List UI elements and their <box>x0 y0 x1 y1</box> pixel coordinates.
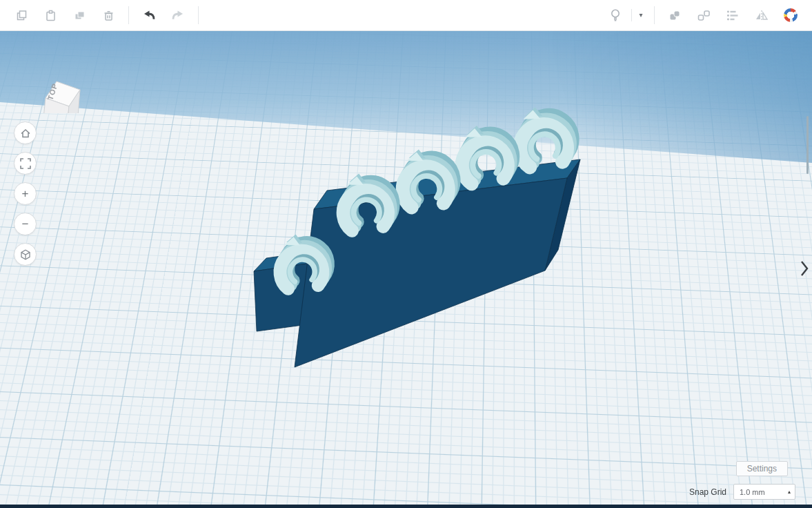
toolbar-separator <box>128 6 129 24</box>
perspective-cube-icon <box>19 248 32 261</box>
model-3d <box>0 0 812 508</box>
zoom-out-button[interactable]: − <box>14 213 37 235</box>
home-view-button[interactable] <box>14 121 37 144</box>
ungroup-button[interactable] <box>689 2 718 28</box>
toolbar-separator <box>198 6 199 24</box>
scrollbar-thumb[interactable] <box>806 116 809 174</box>
toolbar-separator <box>631 9 632 21</box>
delete-button[interactable] <box>94 2 123 28</box>
redo-icon <box>171 9 185 21</box>
paste-button[interactable] <box>36 2 65 28</box>
copy-icon <box>15 9 28 22</box>
settings-button[interactable]: Settings <box>736 461 788 476</box>
snap-grid-control: Snap Grid 1.0 mm ▴ <box>689 484 795 500</box>
light-dropdown-button[interactable]: ▾ <box>633 2 648 28</box>
color-ring-icon <box>784 8 798 22</box>
lightbulb-icon <box>608 8 622 22</box>
view-cube[interactable]: TOP LEFT <box>11 37 87 113</box>
view-controls: + − <box>14 121 37 266</box>
snap-grid-caret-icon: ▴ <box>788 489 791 495</box>
ungroup-icon <box>697 9 711 22</box>
trash-icon <box>102 9 115 22</box>
undo-button[interactable] <box>135 2 164 28</box>
align-button[interactable] <box>718 2 747 28</box>
undo-icon <box>142 9 156 21</box>
group-button[interactable] <box>660 2 689 28</box>
zoom-out-label: − <box>22 217 29 231</box>
perspective-toggle-button[interactable] <box>14 243 37 266</box>
home-icon <box>19 127 32 139</box>
fit-view-icon <box>19 157 32 170</box>
copy-button[interactable] <box>7 2 36 28</box>
fit-view-button[interactable] <box>14 152 37 175</box>
tinkercad-editor-window: { "view_cube": { "top_label": "TOP", "le… <box>0 0 812 508</box>
top-toolbar: ▾ <box>0 0 812 31</box>
settings-button-label: Settings <box>747 464 777 473</box>
snap-grid-select[interactable]: 1.0 mm ▴ <box>733 484 795 500</box>
bottom-edge-bar <box>0 505 812 508</box>
zoom-in-button[interactable]: + <box>14 182 37 205</box>
adjust-light-button[interactable] <box>601 2 630 28</box>
duplicate-button[interactable] <box>65 2 94 28</box>
snap-grid-value: 1.0 mm <box>740 488 765 496</box>
color-modes-button[interactable] <box>776 2 805 28</box>
zoom-in-label: + <box>22 187 29 201</box>
snap-grid-label: Snap Grid <box>689 487 726 497</box>
toolbar-separator <box>654 6 655 24</box>
mirror-button[interactable] <box>747 2 776 28</box>
redo-button[interactable] <box>164 2 192 28</box>
group-icon <box>668 9 682 22</box>
chevron-right-icon <box>800 260 809 277</box>
duplicate-icon <box>73 9 86 22</box>
paste-icon <box>44 9 57 22</box>
mirror-icon <box>755 9 769 22</box>
expand-panel-button[interactable] <box>800 260 809 277</box>
align-icon <box>726 9 740 22</box>
chevron-down-icon: ▾ <box>639 12 642 19</box>
